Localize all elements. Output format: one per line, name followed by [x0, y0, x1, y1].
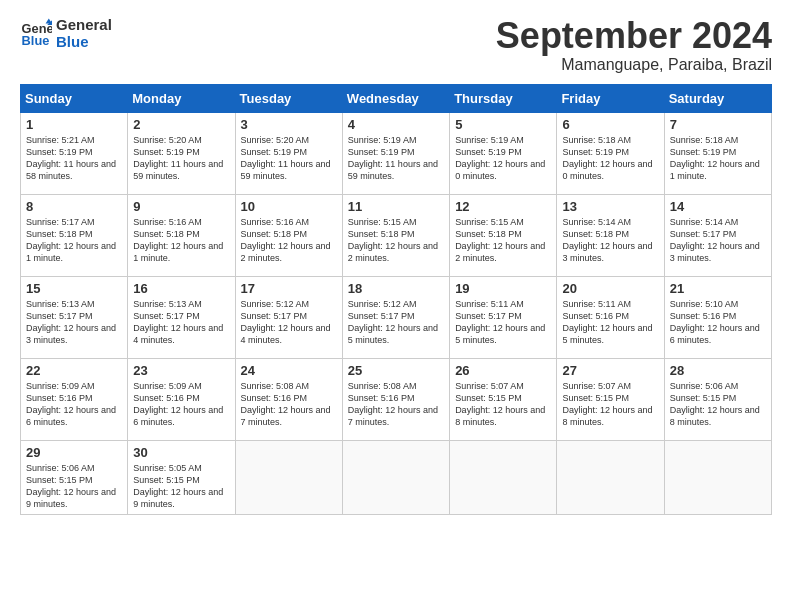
day-number: 20 [562, 281, 658, 296]
cell-info: Sunrise: 5:06 AMSunset: 5:15 PMDaylight:… [670, 380, 766, 429]
day-number: 10 [241, 199, 337, 214]
day-number: 1 [26, 117, 122, 132]
calendar-cell: 23Sunrise: 5:09 AMSunset: 5:16 PMDayligh… [128, 358, 235, 440]
weekday-header-saturday: Saturday [664, 84, 771, 112]
calendar-cell: 9Sunrise: 5:16 AMSunset: 5:18 PMDaylight… [128, 194, 235, 276]
cell-info: Sunrise: 5:11 AMSunset: 5:16 PMDaylight:… [562, 298, 658, 347]
calendar-cell [342, 440, 449, 515]
weekday-header-wednesday: Wednesday [342, 84, 449, 112]
calendar-cell: 8Sunrise: 5:17 AMSunset: 5:18 PMDaylight… [21, 194, 128, 276]
cell-info: Sunrise: 5:14 AMSunset: 5:17 PMDaylight:… [670, 216, 766, 265]
cell-info: Sunrise: 5:08 AMSunset: 5:16 PMDaylight:… [348, 380, 444, 429]
calendar-cell: 18Sunrise: 5:12 AMSunset: 5:17 PMDayligh… [342, 276, 449, 358]
cell-info: Sunrise: 5:17 AMSunset: 5:18 PMDaylight:… [26, 216, 122, 265]
calendar-cell: 25Sunrise: 5:08 AMSunset: 5:16 PMDayligh… [342, 358, 449, 440]
weekday-header-tuesday: Tuesday [235, 84, 342, 112]
day-number: 24 [241, 363, 337, 378]
weekday-header-friday: Friday [557, 84, 664, 112]
svg-text:Blue: Blue [22, 33, 50, 48]
calendar-cell: 26Sunrise: 5:07 AMSunset: 5:15 PMDayligh… [450, 358, 557, 440]
day-number: 13 [562, 199, 658, 214]
day-number: 27 [562, 363, 658, 378]
cell-info: Sunrise: 5:16 AMSunset: 5:18 PMDaylight:… [241, 216, 337, 265]
day-number: 7 [670, 117, 766, 132]
cell-info: Sunrise: 5:15 AMSunset: 5:18 PMDaylight:… [348, 216, 444, 265]
day-number: 15 [26, 281, 122, 296]
calendar-cell: 7Sunrise: 5:18 AMSunset: 5:19 PMDaylight… [664, 112, 771, 194]
calendar-cell: 24Sunrise: 5:08 AMSunset: 5:16 PMDayligh… [235, 358, 342, 440]
cell-info: Sunrise: 5:08 AMSunset: 5:16 PMDaylight:… [241, 380, 337, 429]
cell-info: Sunrise: 5:20 AMSunset: 5:19 PMDaylight:… [241, 134, 337, 183]
day-number: 8 [26, 199, 122, 214]
calendar-cell: 5Sunrise: 5:19 AMSunset: 5:19 PMDaylight… [450, 112, 557, 194]
cell-info: Sunrise: 5:06 AMSunset: 5:15 PMDaylight:… [26, 462, 122, 511]
cell-info: Sunrise: 5:07 AMSunset: 5:15 PMDaylight:… [455, 380, 551, 429]
weekday-header-sunday: Sunday [21, 84, 128, 112]
cell-info: Sunrise: 5:15 AMSunset: 5:18 PMDaylight:… [455, 216, 551, 265]
day-number: 25 [348, 363, 444, 378]
cell-info: Sunrise: 5:18 AMSunset: 5:19 PMDaylight:… [562, 134, 658, 183]
cell-info: Sunrise: 5:09 AMSunset: 5:16 PMDaylight:… [26, 380, 122, 429]
calendar-cell: 30Sunrise: 5:05 AMSunset: 5:15 PMDayligh… [128, 440, 235, 515]
cell-info: Sunrise: 5:19 AMSunset: 5:19 PMDaylight:… [348, 134, 444, 183]
logo-line1: General [56, 16, 112, 33]
calendar-cell [235, 440, 342, 515]
calendar-cell: 3Sunrise: 5:20 AMSunset: 5:19 PMDaylight… [235, 112, 342, 194]
logo-line2: Blue [56, 33, 112, 50]
calendar-cell: 28Sunrise: 5:06 AMSunset: 5:15 PMDayligh… [664, 358, 771, 440]
day-number: 5 [455, 117, 551, 132]
day-number: 17 [241, 281, 337, 296]
day-number: 21 [670, 281, 766, 296]
cell-info: Sunrise: 5:20 AMSunset: 5:19 PMDaylight:… [133, 134, 229, 183]
day-number: 4 [348, 117, 444, 132]
day-number: 3 [241, 117, 337, 132]
day-number: 30 [133, 445, 229, 460]
calendar-cell: 4Sunrise: 5:19 AMSunset: 5:19 PMDaylight… [342, 112, 449, 194]
calendar-cell: 27Sunrise: 5:07 AMSunset: 5:15 PMDayligh… [557, 358, 664, 440]
cell-info: Sunrise: 5:12 AMSunset: 5:17 PMDaylight:… [241, 298, 337, 347]
calendar-cell: 13Sunrise: 5:14 AMSunset: 5:18 PMDayligh… [557, 194, 664, 276]
logo-icon: General Blue [20, 17, 52, 49]
day-number: 22 [26, 363, 122, 378]
cell-info: Sunrise: 5:21 AMSunset: 5:19 PMDaylight:… [26, 134, 122, 183]
logo: General Blue General Blue [20, 16, 112, 51]
calendar-cell: 14Sunrise: 5:14 AMSunset: 5:17 PMDayligh… [664, 194, 771, 276]
calendar-cell: 29Sunrise: 5:06 AMSunset: 5:15 PMDayligh… [21, 440, 128, 515]
weekday-header-monday: Monday [128, 84, 235, 112]
cell-info: Sunrise: 5:10 AMSunset: 5:16 PMDaylight:… [670, 298, 766, 347]
calendar-cell: 1Sunrise: 5:21 AMSunset: 5:19 PMDaylight… [21, 112, 128, 194]
cell-info: Sunrise: 5:13 AMSunset: 5:17 PMDaylight:… [26, 298, 122, 347]
header: General Blue General Blue September 2024… [20, 16, 772, 74]
calendar-cell: 16Sunrise: 5:13 AMSunset: 5:17 PMDayligh… [128, 276, 235, 358]
month-title: September 2024 [496, 16, 772, 56]
day-number: 16 [133, 281, 229, 296]
calendar-cell: 22Sunrise: 5:09 AMSunset: 5:16 PMDayligh… [21, 358, 128, 440]
day-number: 12 [455, 199, 551, 214]
calendar-cell: 15Sunrise: 5:13 AMSunset: 5:17 PMDayligh… [21, 276, 128, 358]
calendar-cell: 20Sunrise: 5:11 AMSunset: 5:16 PMDayligh… [557, 276, 664, 358]
calendar-cell [450, 440, 557, 515]
day-number: 14 [670, 199, 766, 214]
day-number: 11 [348, 199, 444, 214]
cell-info: Sunrise: 5:09 AMSunset: 5:16 PMDaylight:… [133, 380, 229, 429]
calendar-cell: 2Sunrise: 5:20 AMSunset: 5:19 PMDaylight… [128, 112, 235, 194]
cell-info: Sunrise: 5:11 AMSunset: 5:17 PMDaylight:… [455, 298, 551, 347]
cell-info: Sunrise: 5:16 AMSunset: 5:18 PMDaylight:… [133, 216, 229, 265]
calendar-cell [557, 440, 664, 515]
day-number: 9 [133, 199, 229, 214]
calendar-cell: 12Sunrise: 5:15 AMSunset: 5:18 PMDayligh… [450, 194, 557, 276]
calendar-cell: 21Sunrise: 5:10 AMSunset: 5:16 PMDayligh… [664, 276, 771, 358]
calendar-table: SundayMondayTuesdayWednesdayThursdayFrid… [20, 84, 772, 516]
day-number: 29 [26, 445, 122, 460]
calendar-cell: 6Sunrise: 5:18 AMSunset: 5:19 PMDaylight… [557, 112, 664, 194]
cell-info: Sunrise: 5:14 AMSunset: 5:18 PMDaylight:… [562, 216, 658, 265]
calendar-cell: 10Sunrise: 5:16 AMSunset: 5:18 PMDayligh… [235, 194, 342, 276]
calendar-cell [664, 440, 771, 515]
cell-info: Sunrise: 5:12 AMSunset: 5:17 PMDaylight:… [348, 298, 444, 347]
day-number: 23 [133, 363, 229, 378]
cell-info: Sunrise: 5:18 AMSunset: 5:19 PMDaylight:… [670, 134, 766, 183]
title-block: September 2024 Mamanguape, Paraiba, Braz… [496, 16, 772, 74]
weekday-header-thursday: Thursday [450, 84, 557, 112]
calendar-header-row: SundayMondayTuesdayWednesdayThursdayFrid… [21, 84, 772, 112]
cell-info: Sunrise: 5:13 AMSunset: 5:17 PMDaylight:… [133, 298, 229, 347]
